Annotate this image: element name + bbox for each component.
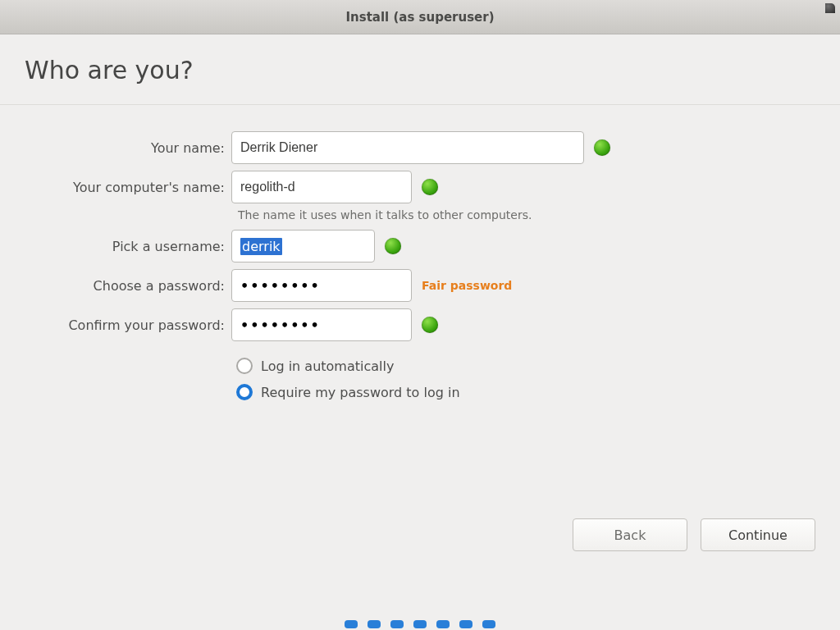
progress-dot xyxy=(482,620,495,628)
progress-dot xyxy=(459,620,472,628)
username-input[interactable]: derrik xyxy=(231,230,375,262)
progress-dot xyxy=(413,620,427,628)
progress-dots xyxy=(0,620,840,628)
progress-dot xyxy=(345,620,358,628)
row-computer: Your computer's name: xyxy=(0,167,840,207)
check-icon xyxy=(594,139,610,156)
login-options: Log in automatically Require my password… xyxy=(0,345,840,405)
password-input[interactable]: •••••••• xyxy=(231,269,412,302)
radio-require-label: Require my password to log in xyxy=(261,385,460,400)
label-username: Pick a username: xyxy=(0,239,231,254)
confirm-password-mask: •••••••• xyxy=(240,317,321,333)
confirm-password-input[interactable]: •••••••• xyxy=(231,308,412,341)
radio-require-password[interactable]: Require my password to log in xyxy=(236,379,840,405)
progress-dot xyxy=(368,620,381,628)
back-button[interactable]: Back xyxy=(573,518,687,551)
continue-button[interactable]: Continue xyxy=(701,518,815,551)
row-password: Choose a password: •••••••• Fair passwor… xyxy=(0,266,840,305)
computer-name-input[interactable] xyxy=(231,171,412,203)
row-confirm: Confirm your password: •••••••• xyxy=(0,305,840,345)
check-icon xyxy=(385,238,401,254)
installer-page: Who are you? Your name: Your computer's … xyxy=(0,34,840,405)
window-titlebar: Install (as superuser) xyxy=(0,0,840,34)
radio-icon xyxy=(236,358,253,374)
username-selected-text: derrik xyxy=(240,238,282,255)
radio-auto-login[interactable]: Log in automatically xyxy=(236,353,840,379)
password-strength: Fair password xyxy=(422,279,512,292)
row-username: Pick a username: derrik xyxy=(0,226,840,266)
radio-icon xyxy=(236,384,253,400)
computer-name-hint: The name it uses when it talks to other … xyxy=(0,207,840,226)
label-password: Choose a password: xyxy=(0,278,231,294)
check-icon xyxy=(422,179,438,195)
page-title: Who are you? xyxy=(0,34,840,104)
progress-dot xyxy=(390,620,404,628)
radio-auto-label: Log in automatically xyxy=(261,358,394,374)
label-computer: Your computer's name: xyxy=(0,180,231,195)
check-icon xyxy=(422,317,438,333)
row-name: Your name: xyxy=(0,128,840,167)
footer-buttons: Back Continue xyxy=(0,518,840,551)
window-title: Install (as superuser) xyxy=(345,10,494,25)
password-mask: •••••••• xyxy=(240,278,321,294)
user-form: Your name: Your computer's name: The nam… xyxy=(0,105,840,405)
label-name: Your name: xyxy=(0,140,231,156)
progress-dot xyxy=(436,620,450,628)
label-confirm: Confirm your password: xyxy=(0,317,231,333)
name-input[interactable] xyxy=(231,131,584,164)
